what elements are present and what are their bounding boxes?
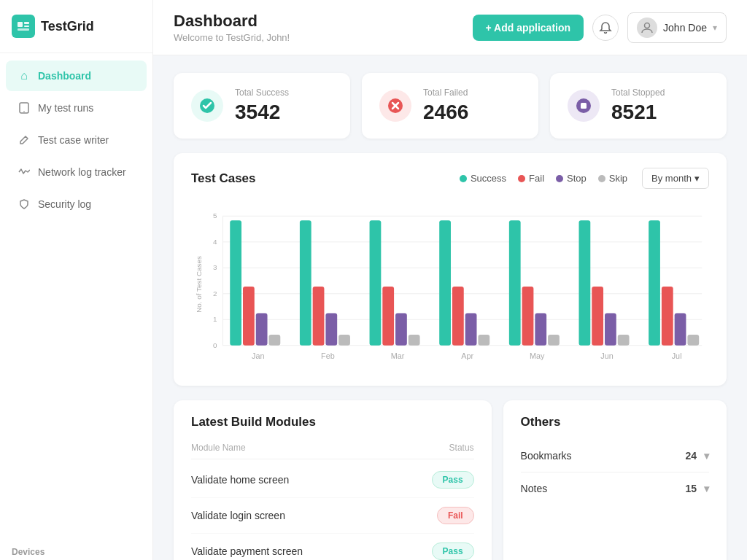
bottom-row: Latest Build Modules Module Name Status …: [174, 400, 727, 560]
activity-icon: [18, 166, 31, 179]
bar-apr-success: [439, 220, 451, 346]
legend-label-skip: Skip: [609, 173, 627, 184]
by-month-button[interactable]: By month ▾: [642, 168, 709, 189]
chevron-down-icon-chart: ▾: [694, 173, 700, 184]
svg-text:2: 2: [213, 289, 217, 298]
svg-text:Jun: Jun: [600, 351, 613, 360]
svg-rect-3: [18, 28, 29, 31]
header-actions: + Add application John Doe ▾: [473, 12, 727, 43]
stat-label-failed: Total Failed: [423, 88, 468, 98]
bar-jan-success: [230, 220, 241, 346]
pencil-icon: [18, 133, 31, 147]
bar-apr-fail: [452, 287, 464, 346]
sidebar-item-test-case-writer-label: Test case writer: [38, 134, 109, 146]
bar-jul-skip: [687, 335, 699, 346]
sidebar-item-network-log-tracker[interactable]: Network log tracker: [6, 157, 147, 187]
stat-value-failed: 2466: [423, 101, 468, 124]
legend-dot-skip: [598, 175, 605, 182]
user-menu[interactable]: John Doe ▾: [627, 12, 727, 43]
build-module-name-0: Validate home screen: [191, 474, 289, 486]
svg-text:No. of Test Cases: No. of Test Cases: [195, 256, 203, 313]
bar-apr-stop: [465, 313, 477, 345]
chevron-down-icon-notes: ▾: [704, 483, 709, 494]
others-right-bookmarks: 24 ▾: [685, 450, 709, 462]
bar-jun-skip: [618, 335, 630, 346]
avatar: [637, 18, 657, 38]
others-title: Others: [521, 415, 709, 429]
status-badge-2: Pass: [432, 542, 474, 560]
status-badge-1: Fail: [437, 507, 474, 524]
others-row-notes[interactable]: Notes 15 ▾: [521, 472, 709, 505]
page-title: Dashboard: [174, 12, 290, 31]
svg-rect-12: [581, 103, 587, 109]
notification-bell-icon[interactable]: [592, 15, 619, 41]
legend-dot-success: [460, 175, 467, 182]
bar-jan-fail: [243, 287, 255, 346]
svg-rect-0: [18, 22, 23, 27]
stat-card-success: Total Success 3542: [174, 73, 350, 139]
others-count-notes: 15: [685, 483, 697, 494]
svg-rect-2: [24, 26, 29, 27]
legend-fail: Fail: [518, 173, 544, 184]
svg-text:Jan: Jan: [252, 351, 264, 360]
legend-label-fail: Fail: [529, 173, 544, 184]
chart-card: Test Cases Success Fail Stop: [174, 153, 727, 386]
header-title-block: Dashboard Welcome to TestGrid, John!: [174, 12, 290, 43]
svg-rect-1: [24, 22, 29, 24]
bar-mar-stop: [395, 313, 407, 345]
svg-text:Jul: Jul: [672, 351, 682, 360]
fail-icon: [379, 90, 411, 122]
stop-icon: [568, 90, 600, 122]
sidebar-item-dashboard-label: Dashboard: [38, 70, 91, 82]
chart-svg-container: No. of Test Cases 5 4 3 2 1 0: [191, 201, 709, 371]
legend-success: Success: [460, 173, 506, 184]
bar-feb-success: [300, 220, 311, 346]
build-modules-table-header: Module Name Status: [191, 440, 474, 459]
svg-text:1: 1: [213, 315, 217, 323]
tablet-icon: [18, 101, 31, 114]
page-subtitle: Welcome to TestGrid, John!: [174, 32, 290, 43]
bar-jun-stop: [605, 313, 616, 345]
home-icon: ⌂: [18, 69, 31, 82]
bar-may-skip: [548, 335, 560, 346]
stats-row: Total Success 3542 Total Failed 2466 T: [174, 73, 727, 139]
build-row-2: Validate payment screen Pass: [191, 534, 474, 560]
col-status: Status: [449, 443, 474, 453]
devices-section-label: Devices: [0, 535, 152, 560]
others-row-bookmarks[interactable]: Bookmarks 24 ▾: [521, 440, 709, 472]
legend-skip: Skip: [598, 173, 627, 184]
legend-label-success: Success: [471, 173, 506, 184]
sidebar: TestGrid ⌂ Dashboard My test runs Test c…: [0, 0, 153, 560]
stat-value-stopped: 8521: [611, 101, 665, 124]
legend-stop: Stop: [556, 173, 587, 184]
bar-jul-stop: [675, 313, 686, 345]
status-badge-0: Pass: [432, 471, 474, 489]
success-icon: [191, 90, 223, 122]
chart-header: Test Cases Success Fail Stop: [191, 168, 709, 189]
stat-info-failed: Total Failed 2466: [423, 88, 468, 124]
svg-text:3: 3: [213, 263, 217, 271]
build-modules-card: Latest Build Modules Module Name Status …: [174, 400, 492, 560]
shield-icon: [18, 198, 31, 211]
stat-info-success: Total Success 3542: [235, 88, 289, 124]
sidebar-nav: ⌂ Dashboard My test runs Test case write…: [0, 53, 152, 535]
bar-feb-fail: [313, 287, 325, 346]
svg-text:0: 0: [213, 341, 217, 349]
build-row-1: Validate login screen Fail: [191, 498, 474, 534]
stat-card-failed: Total Failed 2466: [362, 73, 538, 139]
others-label-bookmarks: Bookmarks: [521, 450, 572, 462]
stat-card-stopped: Total Stopped 8521: [550, 73, 727, 139]
add-application-button[interactable]: + Add application: [473, 15, 584, 41]
svg-point-5: [23, 111, 25, 112]
sidebar-item-my-test-runs[interactable]: My test runs: [6, 93, 147, 123]
bar-apr-skip: [478, 335, 489, 346]
logo-icon: [12, 15, 35, 38]
chart-svg: No. of Test Cases 5 4 3 2 1 0: [191, 201, 709, 368]
build-module-name-1: Validate login screen: [191, 510, 285, 521]
sidebar-item-security-log[interactable]: Security log: [6, 189, 147, 219]
chevron-down-icon: ▾: [713, 23, 717, 33]
sidebar-item-test-case-writer[interactable]: Test case writer: [6, 125, 147, 155]
stat-label-success: Total Success: [235, 88, 289, 98]
legend-label-stop: Stop: [567, 173, 587, 184]
sidebar-item-dashboard[interactable]: ⌂ Dashboard: [6, 61, 147, 91]
